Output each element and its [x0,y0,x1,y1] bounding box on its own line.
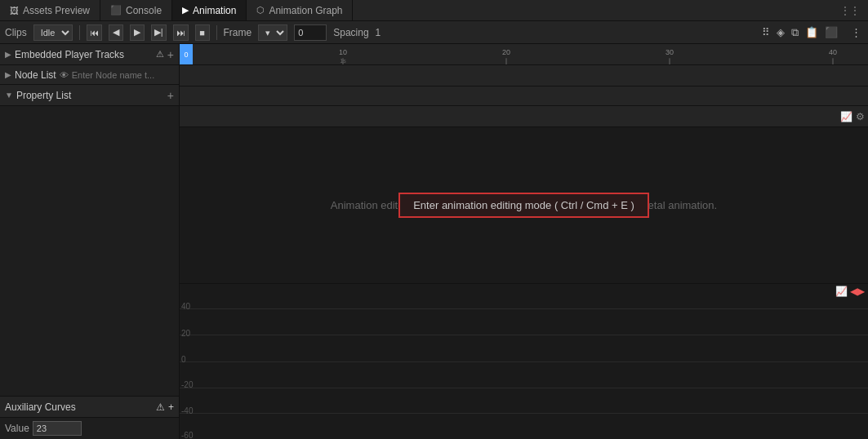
left-bottom-area: Auxiliary Curves ⚠ + Value [0,396,179,439]
skip-to-start-button[interactable]: ⏮ [87,24,102,41]
assets-icon: 🖼 [10,6,19,16]
left-panel: ▶ Embedded Player Tracks ⚠ + ▶ Node List… [0,44,180,439]
node-list-row: ▶ Node List 👁 [0,65,179,85]
node-search-input[interactable] [72,70,170,80]
spacing-value: 1 [376,27,381,38]
auxiliary-curves-header[interactable]: Auxiliary Curves ⚠ + [0,397,179,418]
frame-input[interactable] [294,24,327,41]
diamond-icon-btn[interactable]: ◈ [775,24,786,40]
eye-icon[interactable]: 👁 [60,70,69,80]
stop-button[interactable]: ■ [195,24,210,41]
curve-y-20: 20 [181,329,190,338]
value-input[interactable] [33,421,82,436]
property-list-section: ▼ Property List + [0,85,179,396]
auxiliary-section: Auxiliary Curves ⚠ + Value [0,396,179,439]
warning-icon: ⚠ [156,49,164,60]
h-line-minus20 [180,388,868,388]
paste-icon-btn[interactable]: 📋 [803,24,820,40]
tab-bar: 🖼 Assets Preview ⬛ Console ▶ Animation ⬡… [0,0,868,21]
grid-icon-btn[interactable]: ⠿ [760,24,772,40]
property-list-title: Property List [16,90,164,101]
property-list-header[interactable]: ▼ Property List + [0,85,179,106]
frame-select[interactable]: ▾ [258,24,287,41]
skip-to-end-button[interactable]: ⏭ [173,24,189,41]
svg-text:20: 20 [502,49,510,57]
embedded-tracks-timeline-row [180,65,868,86]
property-list-add-btn[interactable]: + [167,89,174,102]
svg-text:30: 30 [665,49,674,57]
property-chart-btn[interactable]: 📈 [840,111,852,122]
property-list-arrow: ▼ [5,91,13,100]
svg-text:1s: 1s [340,58,346,64]
animation-icon: ▶ [182,5,189,16]
animation-graph-icon: ⬡ [256,5,265,16]
tab-console[interactable]: ⬛ Console [100,0,172,20]
enter-edit-mode-button[interactable]: Enter animation editing mode ( Ctrl / Cm… [398,193,649,218]
tab-animation[interactable]: ▶ Animation [172,0,247,20]
toolbar-separator-1 [79,25,80,40]
curve-chart-btn[interactable]: 📈 [835,286,848,297]
h-line-0 [180,361,868,362]
panel-expand-btn[interactable]: ⋮ [849,24,863,40]
animation-message-area: Animation editor currently does not supp… [180,127,868,283]
auxiliary-curves-title: Auxiliary Curves [5,401,153,413]
step-forward-button[interactable]: ▶| [151,24,167,41]
property-list-content [0,106,179,396]
tab-more-button[interactable]: ⋮⋮ [832,5,868,16]
toolbar-right: ⠿ ◈ ⧉ 📋 ⬛ [760,24,839,41]
animation-toolbar: Clips Idle ⏮ ◀ ▶ ▶| ⏭ ■ Frame ▾ Spacing … [0,21,868,44]
right-area: 0 10 1s 20 30 40 📈 ⚙ [180,44,868,439]
curve-right-buttons: 📈 ◀▶ [835,286,865,297]
curve-y-0: 0 [181,355,186,364]
frame-label: Frame [224,27,252,38]
auxiliary-add-btn[interactable]: + [168,401,174,413]
toolbar-separator-2 [216,25,217,40]
play-button[interactable]: ▶ [130,24,145,41]
h-line-20 [180,335,868,335]
timeline-ruler-row: 0 10 1s 20 30 40 [180,44,868,65]
spacing-label: Spacing [333,27,368,38]
curve-y-40: 40 [181,302,190,311]
auxiliary-warning-icon: ⚠ [156,401,165,413]
embedded-tracks-title: Embedded Player Tracks [15,49,153,60]
step-back-button[interactable]: ◀ [109,24,123,41]
console-icon: ⬛ [110,5,122,16]
h-line-40 [180,308,868,309]
timeline-position-indicator: 0 [180,44,193,64]
copy-icon-btn[interactable]: ⧉ [790,24,800,41]
node-list-label: Node List [15,69,56,81]
h-line-minus40 [180,413,868,414]
node-list-arrow: ▶ [5,70,11,79]
value-label: Value [5,423,29,434]
embedded-tracks-header[interactable]: ▶ Embedded Player Tracks ⚠ + [0,44,179,65]
tab-assets-preview[interactable]: 🖼 Assets Preview [0,0,100,20]
curve-area: 40 20 0 -20 -40 -60 📈 ◀▶ [180,283,868,440]
value-row: Value [0,418,179,439]
curve-y-minus20: -20 [181,380,193,389]
curve-settings-btn[interactable]: ◀▶ [850,286,865,297]
svg-text:10: 10 [339,49,347,57]
main-layout: ▶ Embedded Player Tracks ⚠ + ▶ Node List… [0,44,868,439]
property-options-btn[interactable]: ⚙ [856,111,865,122]
tab-animation-graph[interactable]: ⬡ Animation Graph [247,0,353,20]
curve-y-minus60: -60 [181,431,193,439]
clips-label: Clips [5,27,27,38]
clips-select[interactable]: Idle [33,24,73,41]
embedded-tracks-arrow: ▶ [5,50,11,59]
more-icon-btn[interactable]: ⬛ [823,24,839,40]
ruler-ticks-svg: 10 1s 20 30 40 [180,44,868,64]
curve-y-minus40: -40 [181,406,193,415]
property-list-timeline-header: 📈 ⚙ [180,106,868,127]
svg-text:40: 40 [829,49,837,57]
node-list-timeline-row [180,86,868,106]
embedded-tracks-add-btn[interactable]: + [167,48,174,61]
